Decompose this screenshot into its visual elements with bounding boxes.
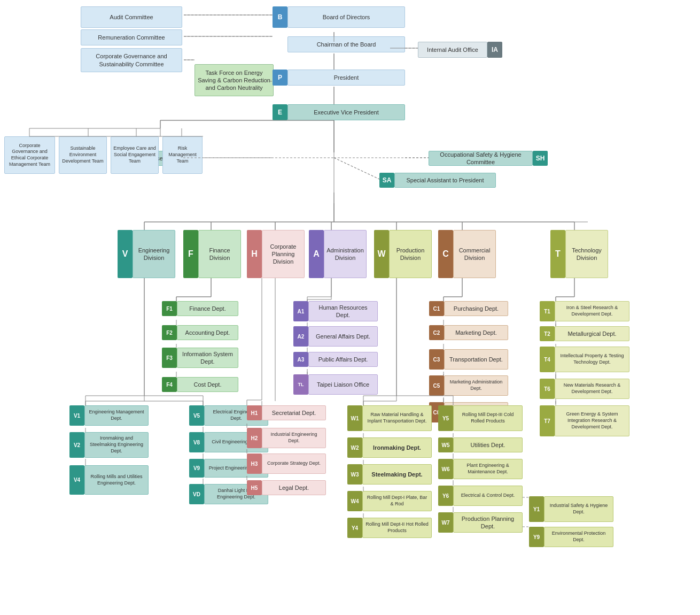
f2-dept: Accounting Dept. [177, 325, 238, 340]
c3-badge: C3 [429, 349, 444, 370]
sustainable-env-team: Sustainable Environment Development Team [59, 136, 107, 174]
svg-line-11 [334, 158, 379, 179]
c5-badge: C5 [429, 375, 444, 396]
w2-dept: Ironmaking Dept. [362, 437, 432, 458]
y1-badge: Y1 [529, 496, 544, 522]
w5-badge: W5 [438, 437, 453, 452]
w1-badge: W1 [347, 405, 362, 431]
a1-badge: A1 [293, 301, 308, 321]
w6-badge: W6 [438, 459, 453, 479]
audit-committee: Audit Committee [81, 6, 182, 28]
t4-badge: T4 [540, 347, 555, 372]
y4-badge: Y4 [347, 518, 362, 538]
org-chart: Audit Committee Remuneration Committee C… [0, 0, 700, 11]
a-badge: A [309, 230, 324, 278]
a3-badge: A3 [293, 352, 308, 367]
corp-gov-team: Corporate Governance and Ethical Corpora… [4, 136, 55, 174]
y1-dept: Industrial Safety & Hygiene Dept. [544, 496, 613, 522]
w6-dept: Plant Engineering & Maintenance Dept. [453, 459, 523, 479]
h3-badge: H3 [247, 453, 262, 474]
a2-badge: A2 [293, 326, 308, 347]
c1-dept: Purchasing Dept. [444, 301, 508, 316]
v1-dept: Engineering Management Dept. [84, 405, 149, 426]
w3-dept: Steelmaking Dept. [362, 464, 432, 485]
production-div: Production Division [389, 230, 432, 278]
president-badge: P [273, 70, 287, 86]
eng-div: Engineering Division [133, 230, 175, 278]
w2-badge: W2 [347, 437, 362, 458]
tl-dept: Taipei Liaison Office [308, 374, 378, 395]
board-of-directors: Board of Directors [287, 6, 405, 28]
f2-badge: F2 [162, 325, 177, 340]
sa-badge: SA [379, 173, 394, 188]
v5-badge: V5 [189, 405, 204, 426]
internal-audit: Internal Audit Office [418, 42, 487, 58]
h1-dept: Secretariat Dept. [262, 405, 326, 420]
h2-dept: Industrial Engineering Dept. [262, 428, 326, 448]
a1-dept: Human Resources Dept. [308, 301, 378, 321]
t4-dept: Intellectual Property & Testing Technolo… [555, 347, 629, 372]
h1-badge: H1 [247, 405, 262, 420]
v4-badge: V4 [69, 465, 84, 495]
f4-badge: F4 [162, 377, 177, 392]
t-badge: T [550, 230, 565, 278]
f3-badge: F3 [162, 348, 177, 368]
h2-badge: H2 [247, 428, 262, 448]
t7-dept: Green Energy & System Integration Resear… [555, 405, 629, 436]
f4-dept: Cost Dept. [177, 377, 238, 392]
vd-badge: VD [189, 484, 204, 504]
admin-div: Administration Division [324, 230, 367, 278]
special-asst: Special Assistant to President [394, 173, 496, 188]
task-force: Task Force on Energy Saving & Carbon Red… [195, 64, 274, 96]
w4-dept: Rolling Mill Dept-I Plate, Bar & Rod [362, 491, 432, 511]
tech-div: Technology Division [565, 230, 608, 278]
tl-badge: TL [293, 374, 308, 395]
f1-badge: F1 [162, 301, 177, 316]
w5-dept: Utilities Dept. [453, 437, 523, 452]
h5-dept: Legal Dept. [262, 480, 326, 495]
c5-dept: Marketing Administration Dept. [444, 375, 508, 396]
corp-planning-div: Corporate Planning Division [262, 230, 305, 278]
t2-dept: Metallurgical Dept. [555, 326, 629, 341]
w4-badge: W4 [347, 491, 362, 511]
t6-dept: New Materials Research & Development Dep… [555, 379, 629, 399]
f3-dept: Information System Dept. [177, 348, 238, 368]
v2-dept: Ironmaking and Steelmaking Engineering D… [84, 432, 149, 458]
chairman: Chairman of the Board [287, 36, 405, 52]
y9-badge: Y9 [529, 527, 544, 547]
risk-mgmt-team: Risk Management Team [162, 136, 203, 174]
sh-badge: SH [533, 151, 548, 166]
t1-badge: T1 [540, 301, 555, 321]
c2-dept: Marketing Dept. [444, 325, 508, 340]
h3-dept: Corporate Strategy Dept. [262, 453, 326, 474]
f-badge: F [183, 230, 198, 278]
v-badge: V [118, 230, 133, 278]
president: President [287, 70, 405, 86]
v2-badge: V2 [69, 432, 84, 458]
t2-badge: T2 [540, 326, 555, 341]
w-badge: W [374, 230, 389, 278]
finance-div: Finance Division [198, 230, 241, 278]
w7-badge: W7 [438, 512, 453, 533]
h-badge: H [247, 230, 262, 278]
f1-dept: Finance Dept. [177, 301, 238, 316]
w1-dept: Raw Material Handling & Inplant Transpor… [362, 405, 432, 431]
svg-line-138 [334, 158, 379, 179]
employee-care-team: Employee Care and Social Engagement Team [111, 136, 159, 174]
corp-gov-sustainability: Corporate Governance and Sustainability … [81, 48, 182, 72]
a2-dept: General Affairs Dept. [308, 326, 378, 347]
w7-dept: Production Planning Dept. [453, 512, 523, 533]
y9-dept: Environmental Protection Dept. [544, 527, 613, 547]
y6-dept: Electrical & Control Dept. [453, 486, 523, 506]
v1-badge: V1 [69, 405, 84, 426]
y6-badge: Y6 [438, 486, 453, 506]
v4-dept: Rolling Mills and Utilities Engineering … [84, 465, 149, 495]
commercial-div: Commercial Division [453, 230, 496, 278]
c3-dept: Transportation Dept. [444, 349, 508, 370]
v9-badge: V9 [189, 459, 204, 478]
h5-badge: H5 [247, 480, 262, 495]
evp-badge: E [273, 104, 287, 120]
remuneration-committee: Remuneration Committee [81, 29, 182, 45]
c-badge: C [438, 230, 453, 278]
a3-dept: Public Affairs Dept. [308, 352, 378, 367]
